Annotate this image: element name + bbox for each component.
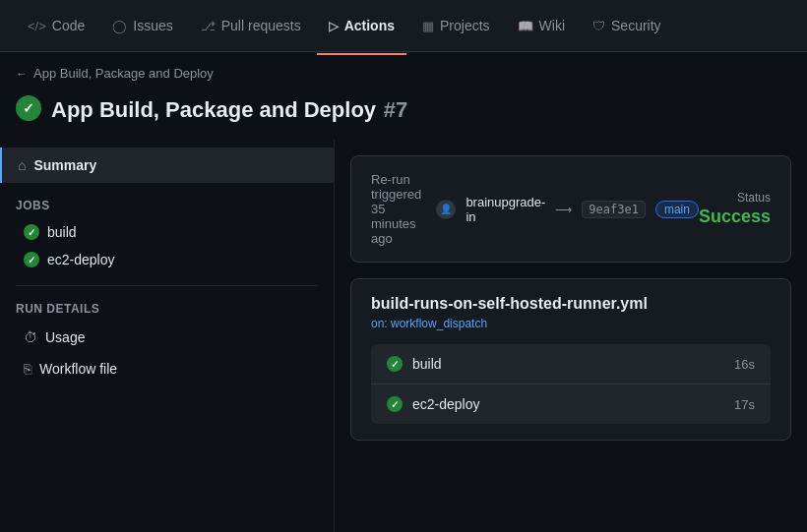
projects-icon: ▦: [422, 19, 434, 33]
security-icon: 🛡: [592, 19, 605, 33]
page-title: App Build, Package and Deploy #7: [51, 92, 407, 124]
workflow-job-build-success-icon: ✓: [387, 356, 403, 372]
trigger-card: Re-run triggered 35 minutes ago 👤 brainu…: [350, 155, 791, 263]
job-ec2-check: ✓: [28, 255, 35, 266]
job-build-success-icon: ✓: [24, 224, 39, 240]
workflow-job-build-name: build: [412, 356, 442, 372]
pull-request-icon: ⎇: [201, 19, 216, 33]
commit-hash: 9eaf3e1: [582, 201, 646, 218]
breadcrumb: ← App Build, Package and Deploy: [0, 52, 807, 89]
sidebar-divider: [16, 285, 318, 286]
workflow-file-icon: ⎘: [24, 361, 31, 377]
workflow-job-ec2-name: ec2-deploy: [412, 396, 480, 412]
code-icon: </>: [28, 19, 46, 33]
job-ec2-success-icon: ✓: [24, 252, 39, 267]
jobs-section: Jobs ✓ build ✓ ec2-deploy: [0, 191, 334, 273]
back-arrow-icon: ←: [16, 67, 28, 81]
nav-item-projects[interactable]: ▦ Projects: [410, 10, 502, 41]
nav-item-issues[interactable]: ◯ Issues: [100, 10, 184, 41]
nav-item-wiki[interactable]: 📖 Wiki: [506, 10, 577, 41]
sidebar-summary[interactable]: ⌂ Summary: [0, 148, 334, 183]
trigger-right: Status Success: [699, 191, 771, 227]
sidebar: ⌂ Summary Jobs ✓ build ✓ ec2-deploy Run …: [0, 140, 335, 532]
nav-item-pull-requests[interactable]: ⎇ Pull requests: [189, 10, 313, 41]
wiki-icon: 📖: [518, 19, 533, 33]
trigger-text: Re-run triggered 35 minutes ago: [371, 172, 426, 246]
status-value: Success: [699, 207, 771, 227]
workflow-job-build-left: ✓ build: [387, 356, 442, 372]
home-icon: ⌂: [18, 157, 26, 173]
actions-icon: ▷: [329, 19, 339, 33]
usage-icon: ⏱: [24, 329, 37, 345]
workflow-job-ec2-left: ✓ ec2-deploy: [387, 396, 480, 412]
workflow-job-ec2-check: ✓: [391, 399, 399, 410]
checkmark-icon: ✓: [23, 100, 34, 116]
main-layout: ⌂ Summary Jobs ✓ build ✓ ec2-deploy Run …: [0, 140, 807, 532]
nav-item-actions[interactable]: ▷ Actions: [317, 10, 406, 41]
workflow-card: build-runs-on-self-hosted-runner.yml on:…: [350, 278, 791, 441]
workflow-trigger: on: workflow_dispatch: [371, 317, 771, 330]
detail-item-workflow-file[interactable]: ⎘ Workflow file: [0, 353, 334, 384]
workflow-job-ec2-success-icon: ✓: [387, 396, 403, 412]
trigger-user: brainupgrade-in: [466, 195, 545, 224]
nav-item-security[interactable]: 🛡 Security: [581, 10, 673, 41]
job-build-check: ✓: [28, 227, 35, 238]
commit-arrow-icon: ⟶: [555, 203, 572, 216]
job-rows: ✓ build 16s ✓ ec2-deploy 17s: [371, 344, 771, 424]
top-nav: </> Code ◯ Issues ⎇ Pull requests ▷ Acti…: [0, 0, 807, 52]
job-item-build[interactable]: ✓ build: [16, 218, 318, 246]
workflow-job-row-ec2-deploy[interactable]: ✓ ec2-deploy 17s: [371, 384, 771, 424]
status-label: Status: [699, 191, 771, 205]
page-title-row: ✓ App Build, Package and Deploy #7: [0, 89, 807, 140]
workflow-job-ec2-time: 17s: [734, 397, 755, 412]
jobs-label: Jobs: [16, 191, 318, 218]
workflow-filename: build-runs-on-self-hosted-runner.yml: [371, 295, 771, 313]
run-details-label: Run details: [0, 298, 334, 322]
avatar: 👤: [436, 200, 456, 219]
branch-badge: main: [655, 201, 699, 218]
title-success-icon: ✓: [16, 95, 41, 121]
trigger-left: Re-run triggered 35 minutes ago 👤 brainu…: [371, 172, 699, 246]
workflow-job-build-time: 16s: [734, 357, 755, 372]
job-item-ec2-deploy[interactable]: ✓ ec2-deploy: [16, 246, 318, 273]
issues-icon: ◯: [112, 19, 127, 33]
right-panel: Re-run triggered 35 minutes ago 👤 brainu…: [335, 140, 807, 532]
nav-item-code[interactable]: </> Code: [16, 10, 96, 41]
breadcrumb-link[interactable]: App Build, Package and Deploy: [33, 66, 214, 81]
detail-item-usage[interactable]: ⏱ Usage: [0, 322, 334, 353]
workflow-job-build-check: ✓: [391, 359, 399, 370]
workflow-job-row-build[interactable]: ✓ build 16s: [371, 344, 771, 384]
